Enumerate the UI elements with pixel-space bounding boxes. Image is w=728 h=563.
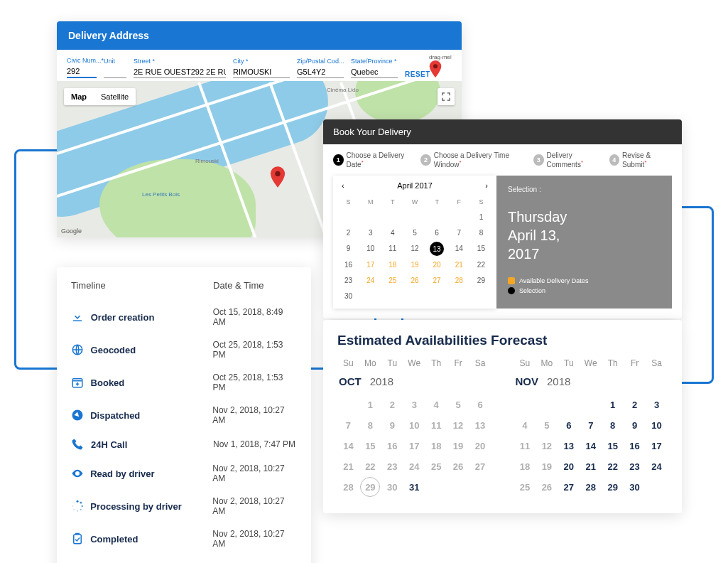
cal-day[interactable]: 14 [448,242,470,256]
cal-day[interactable]: 30 [337,289,359,303]
cal-day[interactable]: 10 [359,242,381,256]
forecast-day[interactable]: 19 [447,436,469,456]
forecast-day[interactable]: 4 [425,395,447,415]
forecast-day[interactable]: 26 [447,456,469,477]
cal-day[interactable]: 11 [381,242,403,256]
cal-day[interactable]: 26 [403,274,425,287]
forecast-day[interactable]: 19 [536,456,558,477]
cal-day[interactable]: 15 [470,242,492,256]
cal-day[interactable]: 21 [448,258,470,272]
forecast-day[interactable]: 17 [646,436,668,456]
forecast-day[interactable]: 8 [359,415,381,436]
map-mode-map[interactable]: Map [64,88,94,105]
forecast-day[interactable]: 24 [403,456,425,477]
cal-day[interactable]: 9 [337,242,359,256]
forecast-day[interactable]: 13 [469,415,491,436]
cal-day[interactable]: 2 [337,226,359,240]
cal-day[interactable]: 25 [381,274,403,287]
forecast-day[interactable]: 20 [469,436,491,456]
forecast-day[interactable]: 9 [381,415,403,436]
cal-prev-button[interactable]: ‹ [342,181,344,190]
forecast-day[interactable]: 2 [624,395,646,415]
forecast-day[interactable]: 28 [580,477,602,498]
cal-day[interactable]: 22 [470,258,492,272]
reset-button[interactable]: RESET [405,70,430,78]
forecast-day[interactable]: 23 [381,456,403,477]
forecast-day[interactable]: 2 [381,395,403,415]
forecast-day[interactable]: 18 [514,456,536,477]
zip-input[interactable] [297,66,344,78]
forecast-day[interactable]: 24 [646,456,668,477]
cal-day[interactable]: 18 [381,258,403,272]
forecast-day[interactable]: 11 [514,436,536,456]
cal-day[interactable]: 12 [403,242,425,256]
forecast-day[interactable]: 15 [602,436,624,456]
cal-day[interactable]: 1 [470,210,492,224]
civic-input[interactable] [67,65,97,78]
forecast-day[interactable]: 1 [359,395,381,415]
cal-day[interactable]: 19 [403,258,425,272]
forecast-day[interactable]: 22 [359,456,381,477]
wizard-step-1[interactable]: 1Choose a Delivery Date [333,151,416,168]
forecast-day[interactable]: 4 [514,415,536,436]
cal-day[interactable]: 29 [470,274,492,287]
cal-day[interactable]: 7 [448,226,470,240]
forecast-day[interactable]: 21 [337,456,359,477]
wizard-step-3[interactable]: 3Delivery Comments [533,151,605,168]
map-mode-satellite[interactable]: Satellite [94,88,136,105]
forecast-day[interactable]: 29 [602,477,624,498]
map-center-pin-icon[interactable] [270,166,286,188]
cal-day[interactable]: 13 [430,242,444,256]
cal-day[interactable]: 8 [470,226,492,240]
forecast-day[interactable]: 21 [580,456,602,477]
forecast-day[interactable]: 26 [536,477,558,498]
map-type-switch[interactable]: Map Satellite [64,88,136,105]
forecast-day[interactable]: 12 [447,415,469,436]
cal-day[interactable]: 4 [381,226,403,240]
forecast-day[interactable]: 14 [580,436,602,456]
city-input[interactable] [233,66,290,78]
forecast-day[interactable]: 8 [602,415,624,436]
forecast-day[interactable]: 12 [536,436,558,456]
forecast-day[interactable]: 10 [646,415,668,436]
forecast-day[interactable]: 9 [624,415,646,436]
cal-day[interactable]: 27 [426,274,448,287]
forecast-day[interactable]: 3 [646,395,668,415]
forecast-day[interactable]: 29 [360,477,380,497]
forecast-day[interactable]: 5 [536,415,558,436]
forecast-day[interactable]: 3 [403,395,425,415]
forecast-day[interactable]: 7 [337,415,359,436]
forecast-day[interactable]: 5 [447,395,469,415]
cal-day[interactable]: 3 [359,226,381,240]
forecast-day[interactable]: 30 [381,477,403,498]
cal-day[interactable]: 24 [359,274,381,287]
cal-day[interactable]: 20 [426,258,448,272]
street-input[interactable] [134,66,226,78]
forecast-day[interactable]: 25 [514,477,536,498]
forecast-day[interactable]: 1 [602,395,624,415]
unit-input[interactable] [104,66,126,78]
drag-marker[interactable]: drag-me! [429,54,452,77]
wizard-step-4[interactable]: 4Revise & Submit [609,151,672,168]
forecast-day[interactable]: 18 [425,436,447,456]
forecast-day[interactable]: 28 [337,477,359,498]
cal-day[interactable]: 23 [337,274,359,287]
forecast-day[interactable]: 16 [381,436,403,456]
state-input[interactable] [351,66,398,78]
forecast-day[interactable]: 27 [469,456,491,477]
forecast-day[interactable]: 13 [558,436,580,456]
forecast-day[interactable]: 27 [558,477,580,498]
forecast-day[interactable]: 31 [403,477,425,498]
forecast-day[interactable]: 23 [624,456,646,477]
wizard-step-2[interactable]: 2Choose a Delivery Time Window [420,151,529,168]
forecast-day[interactable]: 7 [580,415,602,436]
forecast-day[interactable]: 25 [425,456,447,477]
forecast-day[interactable]: 15 [359,436,381,456]
forecast-day[interactable]: 14 [337,436,359,456]
cal-day[interactable]: 16 [337,258,359,272]
forecast-day[interactable]: 6 [558,415,580,436]
forecast-day[interactable]: 20 [558,456,580,477]
forecast-day[interactable]: 11 [425,415,447,436]
forecast-day[interactable]: 30 [624,477,646,498]
cal-day[interactable]: 5 [403,226,425,240]
